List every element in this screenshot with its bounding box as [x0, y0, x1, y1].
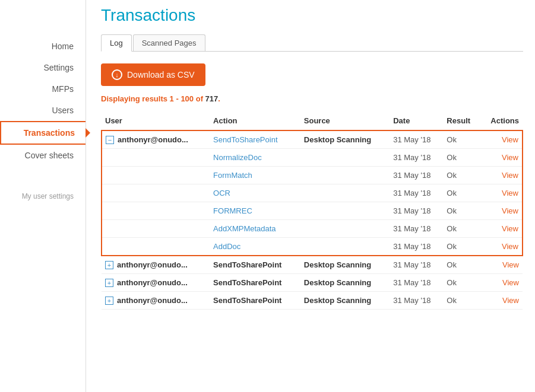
cell-user: +anthonyr@onudo...: [102, 292, 210, 310]
col-header-result: Result: [443, 111, 480, 130]
cell-date: 31 May '18: [390, 202, 443, 220]
cell-actions: View: [480, 202, 523, 220]
cell-date: 31 May '18: [390, 130, 443, 149]
user-name[interactable]: anthonyr@onudo...: [117, 278, 188, 287]
table-row: +anthonyr@onudo...SendToSharePointDeskto…: [102, 292, 523, 310]
cell-result: Ok: [443, 274, 480, 292]
user-name[interactable]: anthonyr@onudo...: [117, 296, 188, 305]
results-suffix: .: [218, 94, 220, 103]
cell-date: 31 May '18: [390, 184, 443, 202]
cell-result: Ok: [443, 130, 480, 149]
action-name[interactable]: NormalizeDoc: [213, 153, 262, 162]
user-name[interactable]: anthonyr@onudo...: [118, 135, 188, 144]
expand-icon[interactable]: +: [105, 297, 113, 305]
cell-result: Ok: [443, 149, 480, 167]
cell-source: [300, 149, 390, 167]
results-info: Displaying results 1 - 100 of 717.: [101, 94, 523, 103]
cell-result: Ok: [443, 220, 480, 238]
view-link[interactable]: View: [502, 189, 518, 197]
view-link[interactable]: View: [502, 153, 518, 162]
sidebar-item-home[interactable]: Home: [0, 36, 86, 57]
cell-source: [300, 167, 390, 184]
download-csv-button[interactable]: ↓ Download as CSV: [101, 63, 205, 86]
cell-action: AddDoc: [210, 238, 300, 256]
action-name[interactable]: AddDoc: [213, 242, 240, 251]
action-name[interactable]: AddXMPMetadata: [213, 224, 276, 233]
page-title: Transactions: [101, 6, 523, 25]
view-link[interactable]: View: [502, 135, 518, 144]
results-prefix: Displaying results: [101, 94, 170, 103]
table-row: NormalizeDoc31 May '18OkView: [102, 149, 523, 167]
view-link[interactable]: View: [502, 260, 519, 269]
main-content: Transactions Log Scanned Pages ↓ Downloa…: [86, 0, 535, 392]
cell-user: [102, 202, 210, 220]
action-name: SendToSharePoint: [213, 296, 281, 305]
view-link[interactable]: View: [502, 278, 519, 287]
table-row: +anthonyr@onudo...SendToSharePointDeskto…: [102, 274, 523, 292]
cell-source: [300, 220, 390, 238]
col-header-date: Date: [390, 111, 443, 130]
table-row: −anthonyr@onudo...SendToSharePointDeskto…: [102, 130, 523, 149]
my-user-settings-label: My user settings: [0, 184, 86, 204]
sidebar-item-settings[interactable]: Settings: [0, 57, 86, 78]
cell-user: −anthonyr@onudo...: [102, 130, 210, 149]
action-name[interactable]: FORMREC: [213, 206, 252, 215]
action-name[interactable]: OCR: [213, 189, 230, 197]
col-header-source: Source: [300, 111, 390, 130]
sidebar: Home Settings MFPs Users Transactions Co…: [0, 0, 86, 392]
table-row: FormMatch31 May '18OkView: [102, 167, 523, 184]
cell-source: Desktop Scanning: [300, 292, 390, 310]
cell-action: AddXMPMetadata: [210, 220, 300, 238]
view-link[interactable]: View: [502, 224, 518, 233]
results-start: 1: [170, 94, 174, 103]
cell-result: Ok: [443, 184, 480, 202]
cell-date: 31 May '18: [390, 238, 443, 256]
cell-action: SendToSharePoint: [210, 256, 300, 274]
download-icon: ↓: [112, 69, 122, 80]
results-total: 717: [205, 94, 219, 103]
cell-actions: View: [480, 256, 523, 274]
cell-actions: View: [480, 292, 523, 310]
cell-actions: View: [480, 274, 523, 292]
cell-user: +anthonyr@onudo...: [102, 274, 210, 292]
cell-source: Desktop Scanning: [300, 256, 390, 274]
tab-log[interactable]: Log: [101, 34, 132, 52]
results-dash: -: [174, 94, 181, 103]
sidebar-item-cover-sheets[interactable]: Cover sheets: [0, 145, 86, 166]
action-name: SendToSharePoint: [213, 278, 281, 287]
transactions-table: User Action Source Date Result Actions −…: [101, 111, 523, 310]
cell-result: Ok: [443, 292, 480, 310]
tab-scanned-pages[interactable]: Scanned Pages: [133, 34, 205, 51]
cell-action: FormMatch: [210, 167, 300, 184]
transactions-table-wrap: User Action Source Date Result Actions −…: [101, 111, 523, 310]
col-header-user: User: [102, 111, 210, 130]
expand-icon[interactable]: +: [105, 261, 113, 269]
results-of: of: [194, 94, 205, 103]
cell-source: [300, 184, 390, 202]
cell-user: [102, 220, 210, 238]
collapse-icon[interactable]: −: [106, 136, 114, 144]
cell-action: SendToSharePoint: [210, 130, 300, 149]
cell-user: +anthonyr@onudo...: [102, 256, 210, 274]
cell-actions: View: [480, 149, 523, 167]
table-row: AddDoc31 May '18OkView: [102, 238, 523, 256]
action-name[interactable]: FormMatch: [213, 171, 252, 180]
table-row: AddXMPMetadata31 May '18OkView: [102, 220, 523, 238]
view-link[interactable]: View: [502, 171, 518, 180]
sidebar-item-mfps[interactable]: MFPs: [0, 78, 86, 100]
view-link[interactable]: View: [502, 206, 518, 215]
cell-user: [102, 167, 210, 184]
cell-actions: View: [480, 130, 523, 149]
cell-actions: View: [480, 184, 523, 202]
sidebar-item-transactions[interactable]: Transactions: [0, 121, 86, 145]
expand-icon[interactable]: +: [105, 279, 113, 287]
view-link[interactable]: View: [502, 296, 519, 305]
user-name[interactable]: anthonyr@onudo...: [117, 260, 188, 269]
cell-date: 31 May '18: [390, 292, 443, 310]
action-name[interactable]: SendToSharePoint: [213, 135, 277, 144]
sidebar-item-users[interactable]: Users: [0, 100, 86, 121]
cell-date: 31 May '18: [390, 274, 443, 292]
view-link[interactable]: View: [502, 242, 518, 251]
cell-user: [102, 184, 210, 202]
cell-actions: View: [480, 220, 523, 238]
